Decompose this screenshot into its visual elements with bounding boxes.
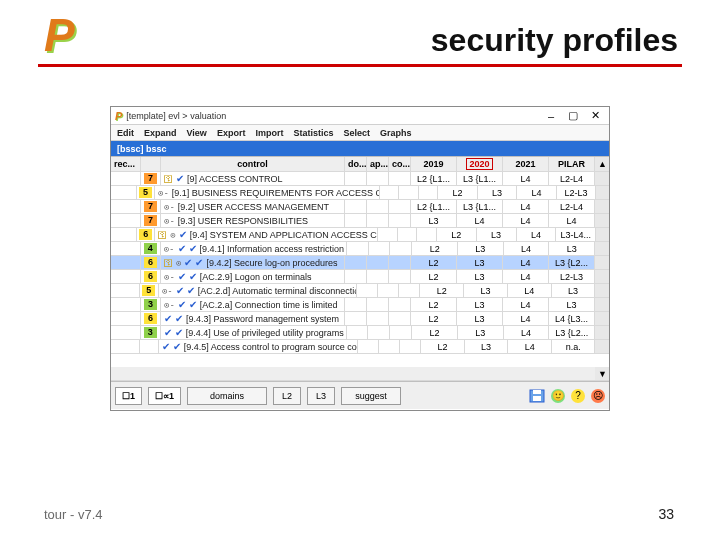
table-row[interactable]: 6⚿⊙✔[9.4] SYSTEM AND APPLICATION ACCESS … [111,228,609,242]
tree-toggle-icon[interactable]: ⊙- [164,216,175,226]
control-cell[interactable]: ✔✔[9.4.3] Password management system [161,312,345,325]
menu-statistics[interactable]: Statistics [293,128,333,138]
year-cell-pilar[interactable]: L4 {L3... [549,312,595,325]
menu-import[interactable]: Import [255,128,283,138]
filter-box-2[interactable]: ☐ ∝1 [148,387,181,405]
control-cell[interactable]: ⊙-[9.1] BUSINESS REQUIREMENTS FOR ACCESS… [155,186,380,199]
year-cell-y2020[interactable]: L3 [457,256,503,269]
level-l2-button[interactable]: L2 [273,387,301,405]
menu-export[interactable]: Export [217,128,246,138]
year-cell-y2020[interactable]: L3 [458,326,504,339]
filter-box-1[interactable]: ☐ 1 [115,387,142,405]
year-cell-y2019[interactable]: L2 [411,256,457,269]
tree-toggle-icon[interactable]: ⊙- [164,202,175,212]
scroll-track[interactable] [595,312,609,325]
year-cell-y2019[interactable]: L2 [421,340,465,353]
suggest-button[interactable]: suggest [341,387,401,405]
status-warn-icon[interactable]: ? [571,389,585,403]
menu-expand[interactable]: Expand [144,128,177,138]
control-cell[interactable]: ⚿✔[9] ACCESS CONTROL [161,172,345,185]
menu-select[interactable]: Select [343,128,370,138]
year-cell-y2021[interactable]: L4 [503,256,549,269]
control-cell[interactable]: ⊙-[9.2] USER ACCESS MANAGEMENT [161,200,345,213]
table-row[interactable]: 7⊙-[9.2] USER ACCESS MANAGEMENTL2 {L1...… [111,200,609,214]
scroll-track[interactable] [595,270,609,283]
year-cell-y2020[interactable]: L3 [464,284,508,297]
year-cell-y2019[interactable]: L2 {L1... [411,200,457,213]
year-cell-y2019[interactable]: L2 [411,312,457,325]
year-cell-pilar[interactable]: L3 [552,284,596,297]
year-cell-pilar[interactable]: L3 {L2... [549,326,595,339]
control-cell[interactable]: ⊙-✔✔[AC.2.d] Automatic terminal disconne… [159,284,357,297]
year-cell-y2020[interactable]: L3 [457,312,503,325]
col-2019[interactable]: 2019 [411,157,457,171]
table-row[interactable]: 7⚿✔[9] ACCESS CONTROLL2 {L1...L3 {L1...L… [111,172,609,186]
scroll-track[interactable] [595,340,609,353]
menu-graphs[interactable]: Graphs [380,128,412,138]
year-cell-pilar[interactable]: L2-L4 [549,172,595,185]
year-cell-y2019[interactable]: L2 [412,242,458,255]
tree-toggle-icon[interactable]: ⊙- [164,244,175,254]
year-cell-y2019[interactable]: L3 [411,214,457,227]
minimize-button[interactable]: – [545,110,557,122]
col-pilar[interactable]: PILAR [549,157,595,171]
scroll-track[interactable] [595,172,609,185]
year-cell-pilar[interactable]: L3 [549,298,595,311]
control-cell[interactable]: ✔✔[9.4.5] Access control to program sour… [159,340,358,353]
year-cell-pilar[interactable]: L2-L4 [549,200,595,213]
col-2020[interactable]: 2020 [457,157,503,171]
year-cell-y2021[interactable]: L4 [503,200,549,213]
col-2021[interactable]: 2021 [503,157,549,171]
scroll-track[interactable] [595,242,609,255]
year-cell-y2020[interactable]: L3 [465,340,509,353]
tree-toggle-icon[interactable]: ⊙- [164,272,175,282]
status-good-icon[interactable]: 🙂 [551,389,565,403]
year-cell-y2020[interactable]: L3 {L1... [457,172,503,185]
col-rec[interactable]: rec... [111,157,141,171]
scroll-track[interactable] [596,186,609,199]
control-cell[interactable]: ⊙-[9.3] USER RESPONSIBILITIES [161,214,345,227]
tree-toggle-icon[interactable]: ⊙ [170,230,175,240]
menu-view[interactable]: View [187,128,207,138]
tree-toggle-icon[interactable]: ⊙ [176,258,181,268]
tree-toggle-icon[interactable]: ⊙- [164,300,175,310]
year-cell-y2020[interactable]: L3 [458,242,504,255]
close-button[interactable]: ✕ [589,110,601,122]
year-cell-pilar[interactable]: L3-L4... [556,228,596,241]
col-ap[interactable]: ap... [367,157,389,171]
scroll-track[interactable] [595,326,609,339]
save-icon[interactable] [529,389,545,403]
control-cell[interactable]: ⚿⊙✔✔[9.4.2] Secure log-on procedures [161,256,345,269]
control-cell[interactable]: ⊙-✔✔[AC.2.9] Logon on terminals [161,270,345,283]
year-cell-y2021[interactable]: L4 [508,340,552,353]
table-row[interactable]: 6✔✔[9.4.3] Password management systemL2L… [111,312,609,326]
year-cell-y2021[interactable]: L4 [503,312,549,325]
vscroll-up[interactable]: ▲ [595,157,609,171]
table-row[interactable]: 6⊙-✔✔[AC.2.9] Logon on terminalsL2L3L4L2… [111,270,609,284]
tree-toggle-icon[interactable]: ⊙- [162,286,173,296]
control-cell[interactable]: ⊙-✔✔[AC.2.a] Connection time is limited [161,298,345,311]
scroll-track[interactable] [595,284,609,297]
year-cell-y2021[interactable]: L4 [508,284,552,297]
maximize-button[interactable]: ▢ [567,110,579,122]
year-cell-y2019[interactable]: L2 [438,186,478,199]
year-cell-pilar[interactable]: L2-L3 [549,270,595,283]
year-cell-y2021[interactable]: L4 [504,242,550,255]
year-cell-y2019[interactable]: L2 [437,228,477,241]
col-co[interactable]: co... [389,157,411,171]
year-cell-pilar[interactable]: L3 [549,242,595,255]
table-row[interactable]: 5⊙-✔✔[AC.2.d] Automatic terminal disconn… [111,284,609,298]
year-cell-y2021[interactable]: L4 [503,298,549,311]
year-cell-pilar[interactable]: L2-L3 [557,186,597,199]
year-cell-y2020[interactable]: L3 [457,270,503,283]
scroll-track[interactable] [595,256,609,269]
year-cell-y2021[interactable]: L4 [503,214,549,227]
year-cell-pilar[interactable]: n.a. [552,340,596,353]
year-cell-y2021[interactable]: L4 [517,186,557,199]
year-cell-y2019[interactable]: L2 {L1... [411,172,457,185]
year-cell-y2019[interactable]: L2 [411,298,457,311]
scroll-track[interactable] [596,228,609,241]
year-cell-y2021[interactable]: L4 [517,228,557,241]
year-cell-y2019[interactable]: L2 [411,270,457,283]
control-cell[interactable]: ⚿⊙✔[9.4] SYSTEM AND APPLICATION ACCESS C… [155,228,378,241]
